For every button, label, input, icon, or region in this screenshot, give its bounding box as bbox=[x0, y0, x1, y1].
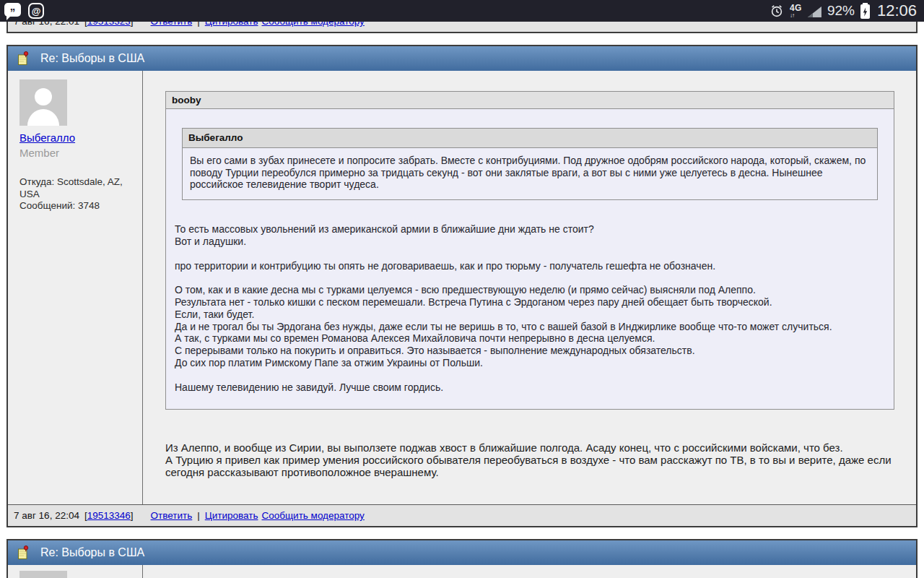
post-actions: Ответить | Цитировать Сообщить модератор… bbox=[151, 510, 365, 521]
nested-quote-block: Выбегалло Вы его сами в зубах принесете … bbox=[182, 128, 878, 200]
post-id-link[interactable]: 19513346 bbox=[87, 510, 131, 521]
quote-author: booby bbox=[166, 92, 894, 109]
chat-notification-icon: ” bbox=[4, 3, 21, 17]
post-footer: 7 авг 16, 22:04 [19513346] Ответить | Ци… bbox=[8, 504, 916, 526]
message-column: booby Выбегалло Вы его сами в зубах прин… bbox=[143, 71, 916, 504]
post-note-icon bbox=[17, 51, 30, 66]
author-column: Выбегалло Member Откуда: Scottsdale, AZ,… bbox=[8, 71, 143, 504]
author-column bbox=[8, 565, 143, 578]
quote-body: Выбегалло Вы его сами в зубах принесете … bbox=[166, 109, 894, 409]
post-note-icon bbox=[17, 545, 30, 561]
quote-link[interactable]: Цитировать bbox=[205, 510, 258, 521]
post-body: Выбегалло Member Откуда: Scottsdale, AZ,… bbox=[8, 71, 916, 504]
android-status-bar: ” @ 4G ↓↑ 92% 12:06 bbox=[0, 0, 924, 22]
author-meta: Откуда: Scottsdale, AZ, USA Сообщений: 3… bbox=[19, 176, 136, 212]
avatar bbox=[19, 79, 67, 126]
battery-percent: 92% bbox=[827, 3, 855, 19]
status-clock: 12:06 bbox=[877, 1, 917, 20]
app-notification-icon: @ bbox=[28, 3, 44, 19]
post-id: [19513346] bbox=[84, 510, 134, 521]
author-name-link[interactable]: Выбегалло bbox=[19, 131, 75, 144]
status-bar-indicators: 4G ↓↑ 92% 12:06 bbox=[770, 0, 917, 22]
author-post-count: Сообщений: 3748 bbox=[19, 200, 136, 212]
post-body bbox=[8, 565, 916, 578]
quote-block: booby Выбегалло Вы его сами в зубах прин… bbox=[165, 91, 894, 410]
post-table: Re: Выборы в США Выбегалло Member Откуда… bbox=[6, 45, 918, 527]
nested-quote-author: Выбегалло bbox=[183, 129, 877, 148]
reply-link[interactable]: Ответить bbox=[151, 510, 193, 521]
message-column bbox=[143, 565, 916, 578]
alarm-clock-icon bbox=[770, 4, 784, 18]
author-location: Откуда: Scottsdale, AZ, USA bbox=[19, 176, 136, 200]
report-moderator-link[interactable]: Сообщить модератору bbox=[261, 510, 364, 521]
network-type-indicator: 4G ↓↑ bbox=[790, 4, 802, 19]
battery-charging-icon bbox=[860, 4, 870, 19]
quote-text: То есть массовых увольнений из американс… bbox=[175, 223, 885, 393]
post-header: Re: Выборы в США bbox=[8, 46, 916, 71]
status-bar-notifications: ” @ bbox=[4, 0, 44, 22]
post-title: Re: Выборы в США bbox=[40, 52, 144, 65]
user-silhouette-icon bbox=[19, 79, 67, 126]
next-post-table: Re: Выборы в США bbox=[6, 539, 918, 578]
post-title: Re: Выборы в США bbox=[40, 546, 144, 559]
post-timestamp: 7 авг 16, 22:04 bbox=[14, 510, 79, 521]
signal-strength-icon bbox=[808, 7, 821, 17]
author-rank: Member bbox=[19, 147, 142, 159]
post-text: Из Алеппо, и вообще из Сирии, вы выползе… bbox=[165, 441, 894, 478]
nested-quote-text: Вы его сами в зубах принесете и попросит… bbox=[183, 148, 877, 199]
post-header: Re: Выборы в США bbox=[8, 540, 916, 565]
avatar bbox=[19, 571, 67, 578]
